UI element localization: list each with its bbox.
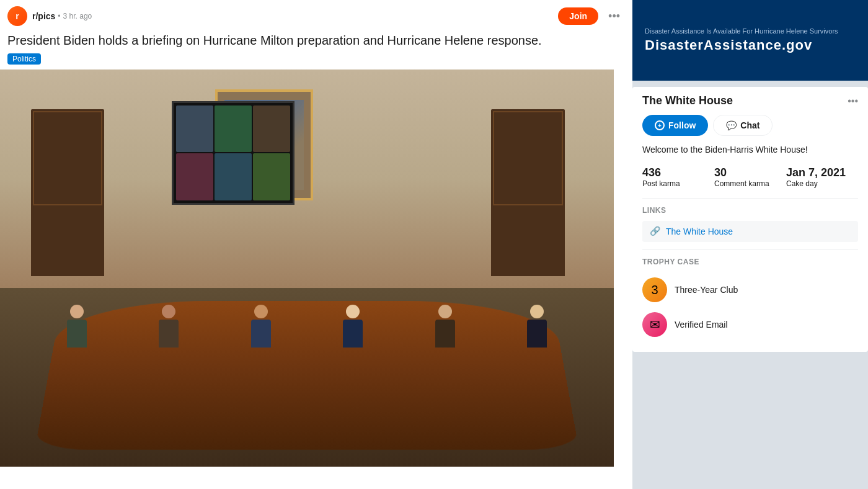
dot-separator: • [58,12,60,20]
trophy-section: TROPHY CASE 3 Three-Year Club ✉ Verified… [632,250,868,352]
trophy-badge-email: ✉ [642,312,667,337]
links-section-label: LINKS [642,206,858,215]
trophy-3year-icon: 3 [651,283,658,297]
link-chain-icon: 🔗 [650,226,661,237]
stats-row: 436 Post karma 30 Comment karma Jan 7, 2… [632,166,868,198]
links-section: LINKS 🔗 The White House [632,199,868,249]
stat-cake-day: Jan 7, 2021 Cake day [786,166,858,188]
stat-number-cake-day: Jan 7, 2021 [786,166,858,179]
post-tags: Politics [0,53,632,70]
subreddit-link[interactable]: r/pics [32,11,55,21]
post-time: 3 hr. ago [63,12,92,20]
community-more-button[interactable]: ••• [848,96,858,107]
more-button[interactable]: ••• [603,7,625,25]
person-4 [343,305,363,348]
person-body [527,320,547,348]
stat-label-cake-day: Cake day [786,179,858,188]
stat-post-karma: 436 Post karma [642,166,714,188]
community-panel: The White House ••• + Follow 💬 Chat Welc… [632,87,868,352]
post-meta: r/pics • 3 hr. ago [32,11,92,21]
video-tile [215,105,252,152]
follow-button[interactable]: + Follow [642,115,708,136]
chat-button[interactable]: 💬 Chat [713,115,773,136]
post-title: President Biden holds a briefing on Hurr… [0,30,632,53]
trophy-three-year: 3 Three-Year Club [642,272,858,307]
stat-label-post-karma: Post karma [642,179,714,188]
person-2 [159,305,179,348]
stat-number-post-karma: 436 [642,166,714,179]
person-3 [251,305,271,348]
community-description: Welcome to the Biden-Harris White House! [632,143,868,166]
community-actions: + Follow 💬 Chat [632,115,868,143]
trophy-3year-name: Three-Year Club [675,285,738,295]
chat-label: Chat [740,120,760,130]
header-actions: Join ••• [558,7,625,25]
follow-label: Follow [668,120,696,130]
sidebar: Disaster Assistance Is Available For Hur… [632,0,868,489]
person-body [67,320,87,348]
person-6 [527,305,547,348]
trophy-section-label: TROPHY CASE [642,258,858,266]
person-head [254,305,268,318]
chat-icon: 💬 [726,120,737,130]
ad-banner: Disaster Assistance Is Available For Hur… [632,0,868,81]
person-body [159,320,179,348]
person-body [343,320,363,348]
person-1 [67,305,87,348]
person-body [435,320,455,348]
stat-comment-karma: 30 Comment karma [714,166,786,188]
person-head [530,305,544,318]
trophy-email-icon: ✉ [650,317,660,332]
person-5 [435,305,455,348]
trophy-email-name: Verified Email [675,320,728,330]
avatar: r [7,6,27,26]
ad-small-text: Disaster Assistance Is Available For Hur… [645,27,856,35]
post-header: r r/pics • 3 hr. ago Join ••• [0,0,632,30]
join-button[interactable]: Join [558,7,598,25]
stat-label-comment-karma: Comment karma [714,179,786,188]
white-house-link[interactable]: 🔗 The White House [642,221,858,242]
person-head [162,305,175,318]
stat-number-comment-karma: 30 [714,166,786,179]
video-tile [176,105,213,152]
link-text: The White House [666,227,733,236]
ad-domain: DisasterAssistance.gov [645,37,856,53]
post-image [0,70,614,467]
follow-plus-icon: + [655,120,665,130]
person-head [70,305,84,318]
video-tile [253,105,290,152]
people-row [0,149,614,348]
meeting-scene [0,70,614,467]
community-header: The White House ••• [632,87,868,115]
trophy-verified-email: ✉ Verified Email [642,307,858,342]
trophy-badge-3year: 3 [642,277,667,302]
politics-tag[interactable]: Politics [7,53,41,65]
person-head [438,305,452,318]
person-head [346,305,360,318]
main-content: r r/pics • 3 hr. ago Join ••• President … [0,0,632,489]
person-body [251,320,271,348]
community-title: The White House [642,94,733,107]
